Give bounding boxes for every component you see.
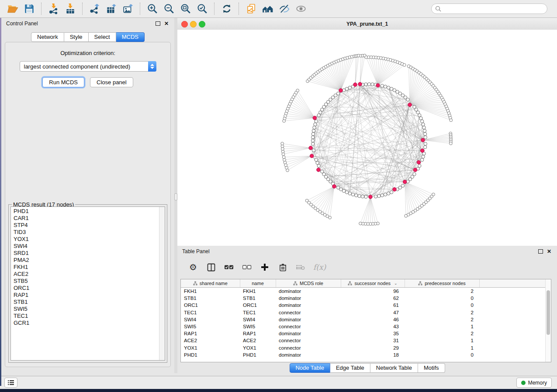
- export-network-icon[interactable]: [87, 2, 102, 16]
- close-panel-icon[interactable]: ✕: [164, 21, 169, 26]
- tab-network[interactable]: Network: [31, 32, 64, 42]
- tab-network-table[interactable]: Network Table: [370, 363, 418, 373]
- cell-name[interactable]: SWI5: [240, 323, 276, 330]
- gear-icon[interactable]: ⚙: [188, 262, 198, 272]
- import-network-icon[interactable]: [46, 2, 61, 16]
- cell-successor_nodes[interactable]: 31: [341, 337, 405, 344]
- hide-selected-icon[interactable]: [277, 2, 292, 16]
- zoom-in-icon[interactable]: [145, 2, 160, 16]
- cell-mcds_role[interactable]: dominator: [276, 351, 341, 358]
- show-all-icon[interactable]: [294, 2, 308, 16]
- deselect-all-icon[interactable]: [242, 262, 252, 272]
- cell-successor_nodes[interactable]: 46: [341, 316, 405, 323]
- houses-icon[interactable]: [260, 2, 275, 16]
- mcds-result-item[interactable]: CAR1: [14, 215, 165, 222]
- tab-node-table[interactable]: Node Table: [289, 363, 330, 373]
- table-row[interactable]: YOX1YOX1connector291: [181, 344, 551, 351]
- select-all-icon[interactable]: [224, 262, 234, 272]
- table-scrollbar[interactable]: [545, 279, 551, 362]
- cell-shared_name[interactable]: SWI4: [181, 316, 240, 323]
- mcds-result-item[interactable]: PMA2: [14, 257, 165, 264]
- mcds-result-list[interactable]: PHD1CAR1STP4TID3YOX1SWI4SRD1PMA2FKH1ACE2…: [10, 206, 165, 361]
- mcds-result-item[interactable]: RAP1: [14, 292, 165, 299]
- tab-style[interactable]: Style: [64, 32, 89, 42]
- tab-mcds[interactable]: MCDS: [116, 32, 145, 42]
- cell-predecessor_nodes[interactable]: 2: [405, 316, 479, 323]
- cell-successor_nodes[interactable]: 61: [341, 302, 405, 309]
- cell-shared_name[interactable]: SWI5: [181, 323, 240, 330]
- zoom-out-icon[interactable]: [162, 2, 176, 16]
- cell-shared_name[interactable]: RAP1: [181, 330, 240, 337]
- scrollbar-thumb[interactable]: [547, 290, 550, 335]
- cell-mcds_role[interactable]: dominator: [276, 302, 341, 309]
- search-box[interactable]: [431, 3, 547, 14]
- cell-predecessor_nodes[interactable]: 1: [405, 337, 479, 344]
- cell-name[interactable]: PHD1: [240, 351, 276, 358]
- mcds-result-item[interactable]: STB1: [14, 299, 165, 306]
- cell-name[interactable]: YOX1: [240, 344, 276, 351]
- tab-select[interactable]: Select: [89, 32, 116, 42]
- cell-successor_nodes[interactable]: 35: [341, 330, 405, 337]
- cell-successor_nodes[interactable]: 47: [341, 309, 405, 316]
- window-minimize-icon[interactable]: [190, 21, 197, 28]
- tab-edge-table[interactable]: Edge Table: [330, 363, 370, 373]
- mcds-result-item[interactable]: STP4: [14, 222, 165, 229]
- cell-name[interactable]: SWI4: [240, 316, 276, 323]
- refresh-icon[interactable]: [219, 2, 234, 16]
- cell-mcds_role[interactable]: dominator: [276, 295, 341, 302]
- table-row[interactable]: RAP1RAP1dominator352: [181, 330, 551, 337]
- column-header-successor-nodes[interactable]: successor nodes⌄: [341, 279, 405, 288]
- duplicate-network-icon[interactable]: [244, 2, 259, 16]
- float-panel-icon[interactable]: [156, 21, 160, 26]
- cell-shared_name[interactable]: YOX1: [181, 344, 240, 351]
- network-canvas[interactable]: [177, 30, 557, 246]
- cell-predecessor_nodes[interactable]: 1: [405, 323, 479, 330]
- cell-shared_name[interactable]: PHD1: [181, 351, 240, 358]
- save-icon[interactable]: [22, 2, 37, 16]
- table-row[interactable]: ACE2ACE2connector311: [181, 337, 551, 344]
- cell-mcds_role[interactable]: connector: [276, 309, 341, 316]
- cell-name[interactable]: ORC1: [240, 302, 276, 309]
- open-icon[interactable]: [5, 2, 20, 16]
- table-row[interactable]: PHD1PHD1dominator180: [181, 351, 551, 358]
- mcds-result-item[interactable]: SWI5: [14, 306, 165, 313]
- delete-column-icon[interactable]: [277, 262, 288, 272]
- memory-button[interactable]: Memory: [516, 378, 552, 388]
- cell-predecessor_nodes[interactable]: 2: [405, 288, 479, 295]
- column-header-name[interactable]: name: [240, 279, 276, 288]
- mcds-result-item[interactable]: FKH1: [14, 264, 165, 271]
- cell-mcds_role[interactable]: connector: [276, 344, 341, 351]
- export-table-icon[interactable]: [104, 2, 119, 16]
- optimization-criterion-select[interactable]: largest connected component (undirected): [20, 61, 156, 72]
- zoom-selected-icon[interactable]: [195, 2, 210, 16]
- cell-shared_name[interactable]: STB1: [181, 295, 240, 302]
- add-column-icon[interactable]: [259, 262, 270, 272]
- column-header-MCDS-role[interactable]: MCDS role: [276, 279, 341, 288]
- search-input[interactable]: [443, 5, 543, 12]
- table-row[interactable]: ORC1ORC1dominator610: [181, 302, 551, 309]
- task-history-icon[interactable]: [4, 378, 17, 388]
- mcds-result-item[interactable]: ACE2: [14, 271, 165, 278]
- cell-shared_name[interactable]: FKH1: [181, 288, 240, 295]
- cell-name[interactable]: TEC1: [240, 309, 276, 316]
- cell-shared_name[interactable]: TEC1: [181, 309, 240, 316]
- cell-shared_name[interactable]: ORC1: [181, 302, 240, 309]
- cell-name[interactable]: RAP1: [240, 330, 276, 337]
- tab-motifs[interactable]: Motifs: [418, 363, 445, 373]
- cell-shared_name[interactable]: ACE2: [181, 337, 240, 344]
- panel-splitter[interactable]: [174, 18, 177, 373]
- cell-name[interactable]: STB1: [240, 295, 276, 302]
- mcds-result-item[interactable]: SWI4: [14, 243, 165, 250]
- mcds-result-item[interactable]: PHD1: [14, 208, 165, 215]
- cell-name[interactable]: FKH1: [240, 288, 276, 295]
- mcds-result-item[interactable]: TID3: [14, 229, 165, 236]
- column-header-shared-name[interactable]: shared name: [181, 279, 240, 288]
- delete-table-icon[interactable]: [295, 262, 306, 272]
- cell-successor_nodes[interactable]: 18: [341, 351, 405, 358]
- cell-predecessor_nodes[interactable]: 0: [405, 295, 479, 302]
- table-row[interactable]: TEC1TEC1connector472: [181, 309, 551, 316]
- cell-mcds_role[interactable]: dominator: [276, 316, 341, 323]
- splitter-grip[interactable]: [174, 193, 177, 200]
- cell-name[interactable]: ACE2: [240, 337, 276, 344]
- window-maximize-icon[interactable]: [199, 21, 205, 28]
